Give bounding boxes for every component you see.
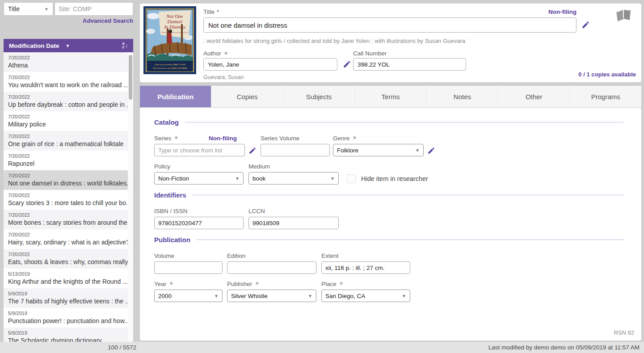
list-item-title: The 7 habits of highly effective teens :… (8, 298, 128, 305)
catalog-section-title: Catalog (154, 118, 179, 126)
list-item-date: 7/20/2022 (8, 173, 128, 178)
isbn-label: ISBN / ISSN (154, 208, 187, 214)
advanced-search-link[interactable]: Advanced Search (4, 17, 133, 24)
genre-edit-pencil-icon[interactable] (427, 147, 435, 155)
genre-select[interactable]: Folklore ▼ (333, 144, 424, 156)
year-select[interactable]: 2000 ▼ (154, 290, 223, 302)
search-input[interactable] (59, 5, 139, 13)
svg-text:With illustrations by SUSAN GU: With illustrations by SUSAN GUEVARA (153, 67, 187, 69)
chevron-down-icon: ▼ (415, 148, 420, 153)
policy-select[interactable]: Non-Fiction ▼ (154, 172, 244, 185)
list-item-title: King Arthur and the knights of the Round… (8, 278, 128, 285)
authority-mark: ✳ (224, 50, 228, 56)
lccn-label: LCCN (248, 208, 265, 214)
extent-label: Extent (321, 252, 338, 259)
list-item[interactable]: 7/20/2022Up before daybreak : cotton and… (4, 92, 133, 111)
author-edit-pencil-icon[interactable] (343, 60, 351, 68)
sort-az-icon[interactable]: AZ ↓ (122, 42, 128, 49)
extent-input[interactable] (321, 261, 410, 274)
edition-input[interactable] (227, 261, 316, 274)
list-item-title: Punctuation power! : punctuation and how… (8, 317, 128, 324)
list-item-date: 7/20/2022 (8, 153, 128, 159)
tab-programs[interactable]: Programs (570, 86, 641, 107)
svg-text:Collected and told by JANE YOL: Collected and told by JANE YOLEN (154, 63, 185, 66)
publisher-select[interactable]: Silver Whistle ▼ (227, 290, 316, 302)
svg-text:Damsel: Damsel (167, 19, 182, 24)
list-item-date: 5/9/2019 (8, 330, 128, 336)
tab-copies[interactable]: Copies (211, 86, 282, 107)
tab-bar: PublicationCopiesSubjectsTermsNotesOther… (140, 86, 641, 107)
list-item[interactable]: 7/20/2022Military police (4, 111, 133, 131)
list-item-date: 7/20/2022 (8, 114, 128, 119)
list-item[interactable]: 7/20/2022You wouldn't want to work on th… (4, 72, 133, 92)
series-non-filing-link[interactable]: Non-filing (209, 135, 237, 142)
series-volume-label: Series Volume (261, 135, 299, 142)
list-item-date: 7/20/2022 (8, 212, 128, 218)
list-item[interactable]: 5/13/2019King Arthur and the knights of … (4, 269, 133, 288)
catalog-section-header: Catalog (154, 118, 623, 126)
title-label: Title* (203, 8, 219, 15)
list-item[interactable]: 7/20/2022Eats, shoots & leaves : why, co… (4, 249, 133, 269)
place-label: Place✳ (321, 281, 343, 287)
authority-mark: ✳ (174, 135, 178, 141)
tab-subjects[interactable]: Subjects (283, 86, 354, 107)
list-item-title: More bones : scary stories from around t… (8, 219, 128, 226)
title-non-filing-link[interactable]: Non-filing (548, 8, 577, 15)
series-input[interactable] (154, 144, 245, 156)
tab-publication[interactable]: Publication (140, 86, 211, 107)
edition-label: Edition (227, 252, 245, 259)
scrollbar-thumb[interactable] (129, 55, 132, 100)
sort-header[interactable]: Modification Date ▼ AZ ↓ (4, 39, 133, 52)
volume-label: Volume (154, 252, 174, 259)
authority-mark: ✳ (339, 281, 343, 286)
required-mark: * (217, 8, 219, 15)
list-item-title: Athena (8, 62, 128, 69)
tab-terms[interactable]: Terms (354, 86, 426, 107)
lccn-input[interactable] (248, 217, 339, 229)
title-input[interactable] (203, 17, 577, 33)
place-select[interactable]: San Diego, CA ▼ (321, 290, 410, 302)
result-list: 7/20/2022Athena7/20/2022You wouldn't wan… (4, 52, 133, 342)
sort-header-label: Modification Date (9, 42, 59, 49)
authority-mark: ✳ (353, 135, 357, 141)
chevron-down-icon: ▼ (330, 176, 335, 181)
search-field-selector[interactable]: Title ▼ (4, 2, 53, 16)
list-item[interactable]: 7/20/2022One grain of rice : a mathemati… (4, 131, 133, 151)
search-box[interactable] (55, 2, 133, 16)
volume-input[interactable] (154, 261, 223, 274)
medium-select[interactable]: book ▼ (248, 172, 339, 185)
list-item-date: 7/20/2022 (8, 75, 128, 80)
list-item[interactable]: 7/20/2022Not one damsel in distress : wo… (4, 170, 133, 190)
list-item[interactable]: 7/20/2022More bones : scary stories from… (4, 210, 133, 229)
secondary-author-text: Guevara, Susan (203, 74, 244, 80)
title-edit-pencil-icon[interactable] (581, 21, 590, 29)
publication-section-title: Publication (154, 236, 190, 244)
series-edit-pencil-icon[interactable] (248, 147, 257, 155)
author-label: Author✳ (203, 50, 228, 57)
isbn-input[interactable] (154, 217, 244, 229)
list-item-date: 7/20/2022 (8, 232, 128, 237)
hide-item-checkbox[interactable] (347, 174, 356, 183)
list-item[interactable]: 7/20/2022Rapunzel (4, 151, 133, 170)
chevron-down-icon: ▼ (235, 176, 240, 181)
list-item[interactable]: 7/20/2022Scary stories 3 : more tales to… (4, 190, 133, 210)
chevron-down-icon: ▼ (66, 43, 70, 48)
chevron-down-icon: ▼ (214, 294, 219, 298)
list-item[interactable]: 5/9/2019Punctuation power! : punctuation… (4, 308, 133, 328)
year-label: Year✳ (154, 281, 173, 287)
series-volume-input[interactable] (261, 144, 330, 156)
list-item[interactable]: 7/20/2022Hairy, scary, ordinary : what i… (4, 229, 133, 249)
list-item[interactable]: 5/9/2019The Scholastic rhyming dictionar… (4, 328, 133, 342)
tab-notes[interactable]: Notes (426, 86, 498, 107)
list-item[interactable]: 5/9/2019The 7 habits of highly effective… (4, 288, 133, 308)
call-number-input[interactable] (353, 58, 466, 71)
authority-mark: ✳ (169, 281, 173, 286)
copies-available-link[interactable]: 0 / 1 copies available (578, 71, 636, 78)
open-book-icon[interactable] (614, 6, 633, 23)
list-item-date: 7/20/2022 (8, 193, 128, 198)
list-item[interactable]: 7/20/2022Athena (4, 52, 133, 72)
author-input[interactable] (203, 58, 337, 71)
policy-select-value: Non-Fiction (158, 175, 189, 182)
place-select-value: San Diego, CA (325, 293, 365, 299)
tab-other[interactable]: Other (498, 86, 569, 107)
